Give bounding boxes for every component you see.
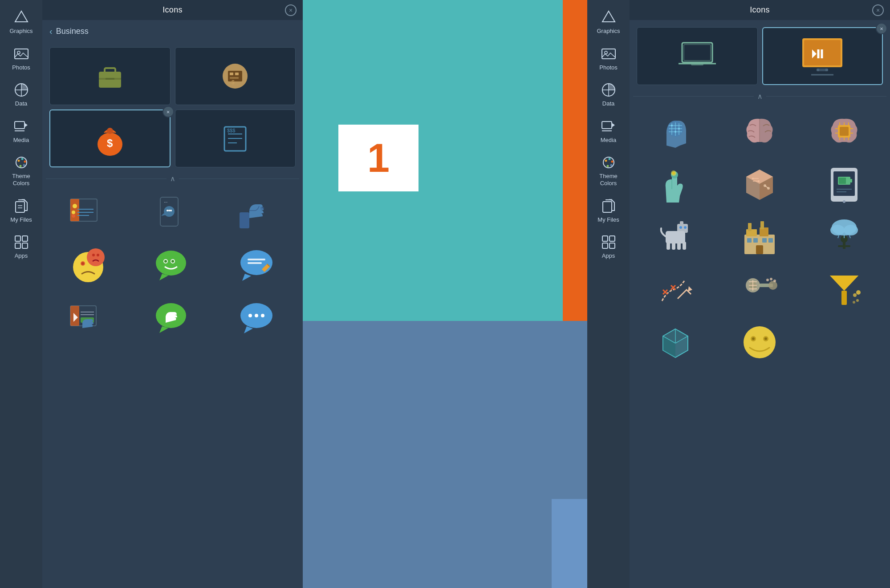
grid-cell-invoice[interactable]: $$$ xyxy=(175,109,296,167)
number-display: 1 xyxy=(367,135,390,181)
svg-rect-172 xyxy=(683,242,686,250)
sidebar-item-media[interactable]: Media xyxy=(0,113,42,149)
svg-rect-25 xyxy=(105,68,115,73)
icon-smiley-sad[interactable] xyxy=(48,243,129,292)
cash-register-icon: $ xyxy=(217,58,253,94)
sidebar-item-theme-colors[interactable]: Theme Colors xyxy=(0,149,42,192)
svg-rect-208 xyxy=(841,291,847,305)
svg-point-85 xyxy=(261,314,264,317)
icon-cloud-tree[interactable] xyxy=(804,213,885,262)
svg-point-15 xyxy=(19,165,21,167)
icon-circuit-cube[interactable] xyxy=(719,160,801,209)
svg-rect-57 xyxy=(260,207,264,210)
svg-marker-94 xyxy=(612,123,615,127)
divider-left-line xyxy=(46,178,167,179)
sidebar-item-my-files[interactable]: My Files xyxy=(0,192,42,229)
grid-cell-cash-register[interactable]: $ xyxy=(175,47,296,105)
right-selected-grid: × xyxy=(630,20,890,89)
r-sidebar-media-label: Media xyxy=(601,137,616,144)
icon-robot-hand[interactable] xyxy=(635,160,716,209)
sidebar-item-graphics[interactable]: Graphics xyxy=(0,4,42,40)
svg-point-49 xyxy=(72,214,75,218)
number-box: 1 xyxy=(338,125,419,191)
svg-line-189 xyxy=(838,235,839,238)
svg-rect-102 xyxy=(603,202,612,212)
r-sidebar-item-my-files[interactable]: My Files xyxy=(587,192,630,229)
palette-icon xyxy=(13,154,30,171)
icon-speech-bubble-smile[interactable] xyxy=(132,243,213,292)
right-close-button[interactable]: × xyxy=(872,4,884,16)
svg-rect-7 xyxy=(15,122,24,129)
icon-video-thumbs[interactable] xyxy=(48,295,129,344)
svg-point-54 xyxy=(170,210,172,211)
svg-rect-109 xyxy=(684,45,711,61)
icon-chat-thumbs[interactable] xyxy=(132,295,213,344)
svg-rect-181 xyxy=(768,238,773,243)
svg-rect-170 xyxy=(672,242,675,250)
sidebar-theme-label: Theme Colors xyxy=(12,173,30,187)
sidebar-item-apps[interactable]: Apps xyxy=(0,228,42,265)
r-sidebar-item-theme-colors[interactable]: Theme Colors xyxy=(587,149,630,192)
svg-point-70 xyxy=(171,260,174,263)
svg-rect-29 xyxy=(228,71,242,81)
svg-point-97 xyxy=(605,160,607,162)
back-chevron-icon: ‹ xyxy=(49,26,53,36)
svg-point-211 xyxy=(853,301,855,304)
icon-robot-phone[interactable] xyxy=(804,160,885,209)
left-icon-grid: ... xyxy=(48,190,297,344)
icon-chat-dots[interactable] xyxy=(216,295,297,344)
svg-point-60 xyxy=(81,262,84,265)
icon-phone-chat[interactable]: ... xyxy=(132,190,213,239)
icon-robot-parts[interactable] xyxy=(719,265,801,314)
right-grid-cell-monitor[interactable]: × xyxy=(762,27,883,85)
svg-point-210 xyxy=(856,299,859,302)
icon-review-screen[interactable] xyxy=(48,190,129,239)
svg-rect-177 xyxy=(760,221,764,229)
r-sidebar-files-label: My Files xyxy=(597,216,619,223)
back-nav[interactable]: ‹ Business xyxy=(42,20,303,43)
icon-brain-chip[interactable] xyxy=(804,108,885,157)
svg-point-13 xyxy=(24,161,26,163)
icon-ai-head[interactable] xyxy=(635,108,716,157)
r-sidebar-item-apps[interactable]: Apps xyxy=(587,228,630,265)
svg-rect-20 xyxy=(15,236,20,241)
sidebar-item-photos[interactable]: Photos xyxy=(0,40,42,77)
left-panel-header: Icons × xyxy=(42,0,303,20)
icon-brain-circuit[interactable] xyxy=(719,108,801,157)
svg-point-64 xyxy=(92,254,95,256)
icon-factory-building[interactable] xyxy=(719,213,801,262)
svg-rect-105 xyxy=(610,236,615,241)
r-sidebar-item-photos[interactable]: Photos xyxy=(587,40,630,77)
r-sidebar-item-data[interactable]: Data xyxy=(587,76,630,113)
left-scroll-area[interactable]: ... xyxy=(42,186,303,588)
icon-speech-pencil[interactable] xyxy=(216,243,297,292)
svg-rect-93 xyxy=(602,122,612,129)
svg-point-48 xyxy=(72,211,75,214)
right-grid-cell-laptop[interactable] xyxy=(637,27,758,85)
sidebar-item-data[interactable]: Data xyxy=(0,76,42,113)
r-sidebar-item-graphics[interactable]: Graphics xyxy=(587,4,630,40)
right-icon-grid xyxy=(635,108,885,367)
icon-smiley-tech[interactable] xyxy=(719,318,801,367)
r-sidebar-item-media[interactable]: Media xyxy=(587,113,630,149)
svg-rect-169 xyxy=(666,242,670,250)
remove-money-bag-button[interactable]: × xyxy=(163,106,174,118)
svg-point-63 xyxy=(87,248,105,266)
svg-rect-16 xyxy=(16,202,24,212)
svg-point-223 xyxy=(752,337,755,340)
left-selected-grid: $ × $ $$$ xyxy=(42,43,303,172)
icon-robot-dog[interactable] xyxy=(635,213,716,262)
icon-thumbs-up-hand[interactable] xyxy=(216,190,297,239)
right-scroll-area[interactable] xyxy=(630,103,890,588)
briefcase-icon xyxy=(92,58,128,94)
grid-cell-money-bag[interactable]: × $ xyxy=(49,109,171,167)
right-icon-panel: Icons × × xyxy=(630,0,890,588)
svg-rect-73 xyxy=(248,262,262,264)
left-close-button[interactable]: × xyxy=(285,4,297,16)
grid-cell-briefcase[interactable] xyxy=(49,47,171,105)
icon-path-x[interactable] xyxy=(635,265,716,314)
icon-cube-3d[interactable] xyxy=(635,318,716,367)
remove-monitor-button[interactable]: × xyxy=(876,23,887,34)
icon-funnel-gold[interactable] xyxy=(804,265,885,314)
svg-rect-72 xyxy=(248,259,265,260)
